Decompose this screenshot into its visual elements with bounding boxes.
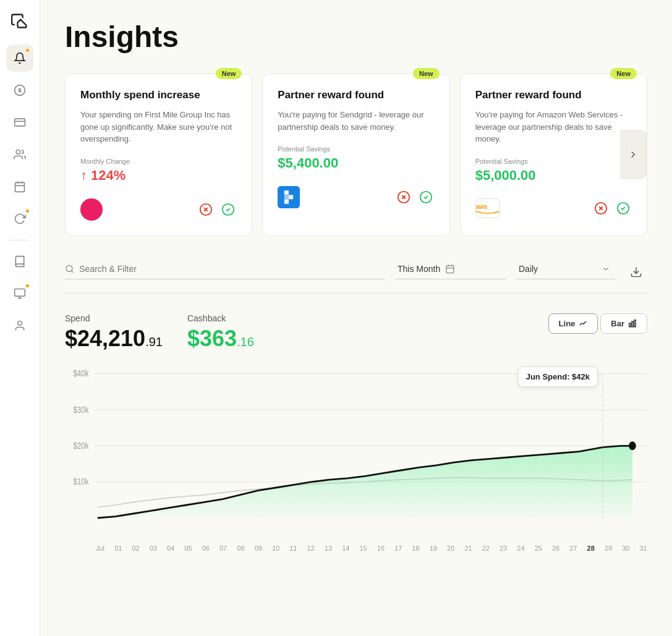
x-label-08: 08 (237, 545, 244, 552)
cashback-value: $363.16 (187, 326, 254, 352)
period-label: Daily (519, 264, 597, 274)
card-title-1: Monthly spend increase (80, 89, 237, 101)
insights-cards-row: New Monthly spend increase Your spending… (65, 74, 647, 236)
sidebar-item-profile[interactable] (6, 312, 33, 339)
calendar-icon (445, 264, 455, 274)
x-label-29: 29 (605, 545, 612, 552)
x-label-28: 28 (587, 545, 595, 552)
svg-rect-28 (446, 266, 454, 273)
card-actions-3 (592, 200, 632, 217)
cashback-stat: Cashback $363.16 (187, 313, 254, 352)
x-label-27: 27 (569, 545, 577, 552)
new-badge-2: New (413, 68, 440, 79)
svg-point-26 (66, 265, 72, 271)
download-button[interactable] (625, 261, 647, 283)
chart-area: Jun Spend: $42k $40k $30k $20k $10k (65, 367, 647, 540)
date-filter[interactable]: This Month (395, 264, 506, 279)
card-title-3: Partner reward found (475, 89, 632, 101)
svg-rect-35 (634, 320, 636, 327)
x-label-01: 01 (114, 545, 122, 552)
card-title-2: Partner reward found (278, 89, 434, 101)
card-metric-value-2: $5,400.00 (278, 155, 434, 171)
svg-text:$10k: $10k (73, 477, 89, 486)
x-label-11: 11 (289, 545, 297, 552)
spend-label: Spend (65, 313, 163, 323)
x-label-31: 31 (640, 545, 647, 552)
card-logo-1 (80, 198, 103, 221)
x-label-30: 30 (622, 545, 629, 552)
svg-point-11 (18, 321, 22, 326)
insight-card-aws: New Partner reward found You're paying f… (460, 74, 647, 236)
period-filter[interactable]: Daily (516, 264, 615, 279)
chart-controls: Line Bar (548, 313, 647, 334)
x-label-04: 04 (167, 545, 174, 552)
x-label-03: 03 (150, 545, 157, 552)
accept-btn-2[interactable] (417, 189, 435, 206)
stats-row: Spend $24,210.91 Cashback $363.16 Line B… (65, 313, 647, 352)
x-label-24: 24 (517, 545, 524, 552)
card-footer-2 (278, 186, 434, 208)
x-label-15: 15 (360, 545, 367, 552)
insight-card-sendgrid: New Partner reward found You're paying f… (262, 74, 449, 236)
sidebar-item-calendar[interactable] (6, 173, 33, 200)
card-logo-3: aws (475, 198, 500, 218)
box-dot (25, 284, 30, 288)
search-input[interactable] (79, 264, 385, 274)
svg-text:$40k: $40k (73, 368, 89, 378)
sidebar-item-dollar[interactable] (6, 77, 33, 104)
x-label-13: 13 (325, 545, 332, 552)
dismiss-btn-2[interactable] (395, 189, 412, 206)
x-label-06: 06 (202, 545, 210, 552)
svg-rect-34 (632, 321, 633, 327)
new-badge-1: New (216, 68, 242, 79)
x-label-17: 17 (394, 545, 402, 552)
card-logo-2 (278, 186, 300, 208)
card-metric-value-3: $5,000.00 (475, 167, 632, 184)
svg-rect-8 (15, 289, 25, 297)
x-label-02: 02 (132, 545, 139, 552)
card-next-arrow[interactable] (620, 130, 647, 179)
x-label-jul: Jul (96, 545, 104, 552)
svg-text:$30k: $30k (73, 404, 89, 414)
sidebar-item-book[interactable] (6, 248, 33, 275)
sidebar-item-card[interactable] (6, 109, 33, 136)
accept-btn-1[interactable] (219, 201, 237, 218)
chart-svg: $40k $30k $20k $10k (65, 367, 647, 540)
accept-btn-3[interactable] (615, 200, 632, 217)
card-desc-2: You're paying for Sendgrid - leverage ou… (278, 109, 434, 133)
dismiss-btn-1[interactable] (197, 201, 215, 218)
card-footer-1 (80, 198, 237, 221)
sidebar-item-box[interactable] (6, 280, 33, 307)
x-label-10: 10 (272, 545, 279, 552)
card-metric-value-1: ↑ 124% (80, 167, 237, 184)
line-chart-button[interactable]: Line (548, 313, 598, 334)
svg-point-45 (629, 441, 636, 450)
cashback-label: Cashback (187, 313, 254, 323)
sidebar-item-notifications[interactable] (6, 45, 33, 72)
x-label-22: 22 (482, 545, 490, 552)
x-label-16: 16 (377, 545, 385, 552)
bar-chart-button[interactable]: Bar (600, 313, 647, 334)
dismiss-btn-3[interactable] (592, 200, 610, 217)
x-label-18: 18 (412, 545, 419, 552)
svg-line-27 (72, 271, 74, 273)
spend-stat: Spend $24,210.91 (65, 313, 163, 352)
x-label-14: 14 (342, 545, 349, 552)
search-filter[interactable] (65, 264, 385, 279)
x-label-07: 07 (219, 545, 227, 552)
notification-dot (25, 48, 30, 53)
date-label: This Month (398, 264, 440, 274)
sidebar-divider (10, 240, 30, 240)
sidebar-item-users[interactable] (6, 141, 33, 168)
x-axis: Jul 01 02 03 04 05 06 07 08 09 10 11 12 … (65, 545, 647, 552)
sidebar-item-refresh[interactable] (6, 205, 33, 232)
x-label-19: 19 (430, 545, 437, 552)
chart-tooltip: Jun Spend: $42k (518, 367, 598, 387)
card-desc-1: Your spending on First Mile Group Inc ha… (80, 109, 237, 145)
card-footer-3: aws (475, 198, 632, 218)
x-label-12: 12 (307, 545, 315, 552)
svg-rect-1 (15, 119, 25, 126)
x-label-23: 23 (500, 545, 507, 552)
x-label-05: 05 (184, 545, 192, 552)
card-metric-label-3: Potential Savings (475, 158, 632, 165)
